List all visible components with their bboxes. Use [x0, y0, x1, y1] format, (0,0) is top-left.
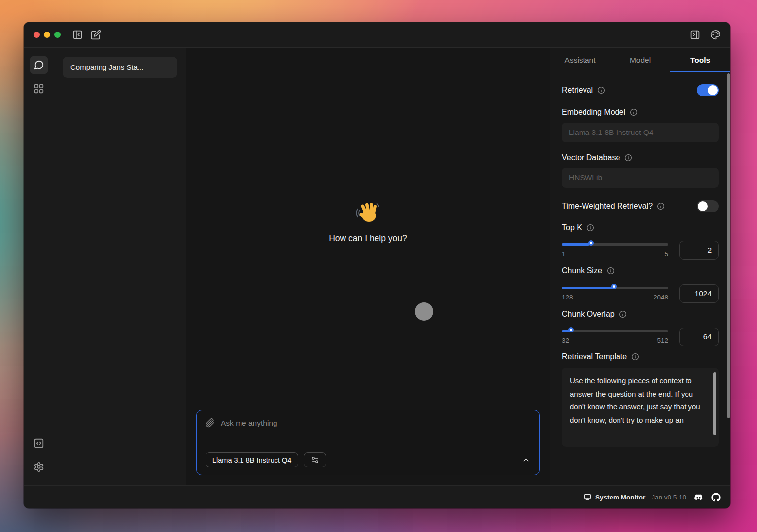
github-link[interactable]	[711, 493, 721, 502]
info-icon[interactable]	[630, 108, 638, 116]
chunk-size-slider[interactable]	[562, 287, 668, 289]
nav-hub-button[interactable]	[30, 79, 48, 98]
titlebar	[24, 22, 730, 48]
panel-tabs: Assistant Model Tools	[550, 48, 730, 72]
palette-icon	[710, 30, 721, 40]
tab-model[interactable]: Model	[610, 48, 670, 72]
nav-settings-button[interactable]	[30, 458, 48, 476]
chunk-overlap-value-input[interactable]: 64	[679, 328, 719, 346]
waving-hand-emoji	[356, 202, 380, 226]
textarea-scrollbar[interactable]	[713, 372, 716, 435]
model-settings-button[interactable]	[304, 452, 326, 467]
info-icon[interactable]	[586, 224, 594, 232]
greeting-text: How can I help you?	[329, 233, 407, 244]
traffic-lights	[34, 32, 61, 38]
zoom-button[interactable]	[54, 32, 61, 38]
retrieval-toggle[interactable]	[697, 84, 719, 96]
embedding-model-label: Embedding Model	[562, 108, 625, 117]
tools-panel-content: Retrieval Embedding Model Llama 3.1 8B I…	[550, 72, 730, 485]
nav-local-api-button[interactable]	[30, 434, 48, 453]
chunk-overlap-label: Chunk Overlap	[562, 310, 615, 319]
close-button[interactable]	[34, 32, 40, 38]
embedding-model-input[interactable]: Llama 3.1 8B Instruct Q4	[562, 123, 719, 142]
attachment-paperclip-icon[interactable]	[206, 418, 215, 428]
collapse-left-panel-button[interactable]	[72, 30, 83, 40]
top-k-label: Top K	[562, 223, 582, 232]
thread-list: Comparing Jans Sta...	[54, 48, 186, 485]
info-icon[interactable]	[607, 267, 615, 275]
model-selector-button[interactable]: Llama 3.1 8B Instruct Q4	[206, 452, 298, 467]
vector-database-label: Vector Database	[562, 153, 620, 162]
system-monitor-label: System Monitor	[595, 494, 645, 501]
system-monitor-button[interactable]: System Monitor	[584, 493, 645, 501]
thread-list-item[interactable]: Comparing Jans Sta...	[63, 57, 177, 78]
app-window: Comparing Jans Sta...	[24, 22, 730, 508]
info-icon[interactable]	[631, 353, 639, 361]
panel-scrollbar[interactable]	[727, 73, 730, 418]
app-version: Jan v0.5.10	[652, 494, 686, 501]
info-icon[interactable]	[657, 202, 665, 210]
top-k-min: 1	[562, 250, 566, 258]
monitor-icon	[584, 493, 591, 501]
toggle-right-panel-button[interactable]	[690, 30, 700, 40]
vector-database-input[interactable]: HNSWLib	[562, 168, 719, 188]
chunk-overlap-max: 512	[657, 337, 668, 344]
retrieval-template-text: Use the following pieces of context to a…	[570, 376, 700, 424]
new-thread-button[interactable]	[91, 30, 101, 40]
chevron-up-icon	[522, 456, 530, 464]
slider-thumb[interactable]	[568, 327, 574, 332]
chat-input-box[interactable]: Ask me anything Llama 3.1 8B Instruct Q4	[196, 410, 540, 475]
time-weighted-label: Time-Weighted Retrieval?	[562, 202, 653, 211]
chunk-overlap-min: 32	[562, 337, 569, 344]
retrieval-template-label: Retrieval Template	[562, 352, 627, 361]
chunk-size-min: 128	[562, 294, 573, 301]
grid-icon	[34, 83, 44, 94]
edit-pencil-icon	[91, 30, 101, 40]
message-input[interactable]: Ask me anything	[221, 419, 277, 428]
github-icon	[711, 493, 721, 502]
top-k-max: 5	[664, 250, 668, 258]
retrieval-label: Retrieval	[562, 86, 593, 95]
top-k-value-input[interactable]: 2	[679, 241, 719, 260]
info-icon[interactable]	[597, 86, 605, 94]
info-icon[interactable]	[624, 154, 632, 162]
tab-tools[interactable]: Tools	[670, 48, 730, 72]
theme-button[interactable]	[710, 30, 721, 40]
panel-left-icon	[72, 30, 83, 40]
tab-assistant[interactable]: Assistant	[550, 48, 610, 72]
collapse-input-button[interactable]	[522, 456, 530, 464]
sliders-icon	[311, 456, 319, 464]
discord-icon	[694, 493, 703, 502]
left-rail	[24, 48, 54, 485]
chunk-size-max: 2048	[654, 294, 668, 301]
panel-right-icon	[690, 30, 700, 40]
status-bar: System Monitor Jan v0.5.10	[24, 485, 730, 508]
top-k-slider[interactable]	[562, 243, 668, 246]
discord-link[interactable]	[694, 493, 703, 502]
empty-state: How can I help you?	[186, 202, 550, 244]
slider-thumb[interactable]	[588, 240, 594, 246]
right-panel: Assistant Model Tools Retrieval Embeddin…	[550, 48, 730, 485]
time-weighted-toggle[interactable]	[697, 200, 719, 212]
code-window-icon	[34, 438, 44, 449]
thread-title: Comparing Jans Sta...	[70, 63, 143, 71]
chunk-overlap-slider[interactable]	[562, 330, 668, 332]
nav-threads-button[interactable]	[30, 56, 48, 74]
chat-bubble-icon	[34, 60, 44, 70]
cursor-dot	[415, 302, 433, 321]
gear-icon	[34, 462, 44, 472]
retrieval-template-textarea[interactable]: Use the following pieces of context to a…	[562, 368, 719, 447]
chunk-size-value-input[interactable]: 1024	[679, 284, 719, 303]
minimize-button[interactable]	[44, 32, 50, 38]
chat-area: How can I help you? Ask me anything Llam…	[186, 48, 550, 485]
chunk-size-label: Chunk Size	[562, 266, 602, 275]
info-icon[interactable]	[619, 310, 627, 318]
model-selector-label: Llama 3.1 8B Instruct Q4	[212, 456, 291, 464]
slider-thumb[interactable]	[611, 284, 617, 289]
